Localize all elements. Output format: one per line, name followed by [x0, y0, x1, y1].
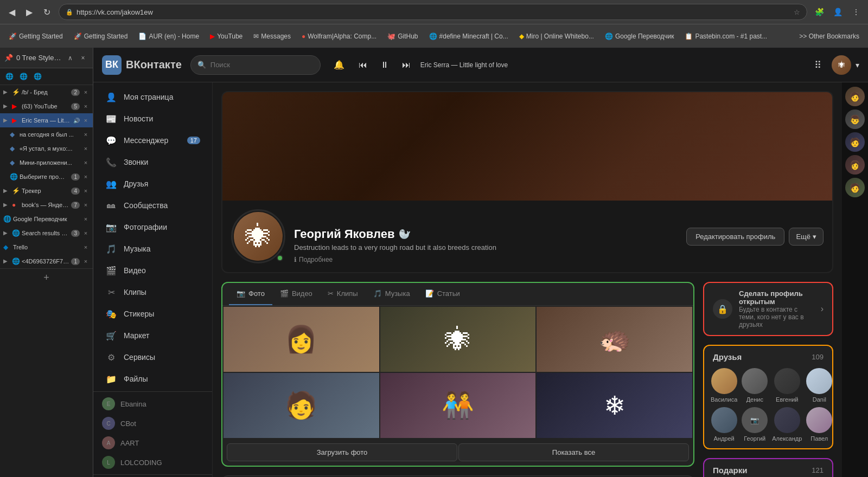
right-panel-avatar-3[interactable]: 🧑	[845, 132, 865, 152]
sidebar-globe-icon-2[interactable]: 🌐	[17, 70, 29, 82]
tab-close-button[interactable]: ×	[82, 229, 90, 237]
vk-avatar-dropdown-button[interactable]: ▾	[856, 61, 859, 69]
nav-item-video[interactable]: 🎬 Видео	[97, 260, 209, 281]
bookmark-pastebin[interactable]: 📋 Pastebin.com - #1 past...	[680, 30, 771, 42]
friend-item-danil[interactable]: Danil	[806, 368, 832, 403]
tab-articles[interactable]: 📝 Статьи	[418, 283, 468, 305]
profile-more-link[interactable]: ℹ Подробнее	[294, 256, 678, 263]
bookmark-youtube[interactable]: ▶ YouTube	[206, 30, 247, 42]
edit-profile-button[interactable]: Редактировать профиль	[686, 228, 784, 246]
tab-close-button[interactable]: ×	[82, 243, 90, 251]
bookmark-star-icon[interactable]: ☆	[794, 8, 800, 16]
right-panel-avatar-4[interactable]: 👩	[845, 155, 865, 175]
friend-item-pavel[interactable]: Павел	[806, 407, 832, 442]
nav-item-stickers[interactable]: 🎭 Стикеры	[97, 304, 209, 324]
tab-close-button[interactable]: ×	[82, 187, 90, 195]
tab-close-button[interactable]: ×	[82, 215, 90, 223]
player-next-button[interactable]: ⏭	[397, 55, 416, 75]
nav-item-files[interactable]: 📁 Файлы	[97, 369, 209, 389]
upload-photo-button[interactable]: Загрузить фото	[227, 443, 457, 461]
tab-close-button[interactable]: ×	[82, 131, 90, 138]
bookmark-github[interactable]: 🐙 GitHub	[383, 30, 422, 42]
right-panel-avatar-2[interactable]: 👦	[845, 109, 865, 129]
nav-item-services[interactable]: ⚙ Сервисы	[97, 347, 209, 368]
sidebar-globe-icon-1[interactable]: 🌐	[3, 70, 15, 82]
sidebar-collapse-button[interactable]: ∧	[65, 53, 75, 63]
tab-close-button[interactable]: ×	[82, 159, 90, 166]
back-button[interactable]: ◀	[4, 4, 20, 20]
photo-item-3[interactable]: 🦔	[537, 307, 692, 372]
bookmark-getting-started-1[interactable]: 🚀 Getting Started	[4, 30, 67, 42]
sidebar-item-vk-today[interactable]: ◆ на сегодня я был ... ×	[0, 127, 93, 141]
bookmark-messages[interactable]: ✉ Messages	[249, 30, 295, 42]
tab-close-button[interactable]: ×	[82, 88, 90, 96]
photo-item-1[interactable]: 👩	[224, 307, 379, 372]
more-actions-button[interactable]: Ещё ▾	[789, 228, 824, 246]
sidebar-item-4d69[interactable]: ▶ 🌐 <4D6963726F73... 1 ×	[0, 254, 93, 268]
vk-apps-button[interactable]: ⠿	[808, 55, 827, 75]
friend-item-denis[interactable]: Денис	[742, 368, 768, 403]
nav-section-lolcoding[interactable]: L LOLCODING	[93, 453, 212, 472]
player-pause-button[interactable]: ⏸	[375, 55, 394, 75]
friend-item-andrei[interactable]: Андрей	[711, 407, 737, 442]
sidebar-item-vk-tired[interactable]: ◆ «Я устал, я мухо:... ×	[0, 141, 93, 156]
sidebar-item-trello[interactable]: ◆ Trello ×	[0, 240, 93, 254]
extensions-button[interactable]: 🧩	[812, 4, 827, 20]
sidebar-item-books[interactable]: ▶ ● book's — Яндекс... 7 ×	[0, 198, 93, 212]
photo-item-4[interactable]: 🧑	[224, 373, 379, 438]
address-bar[interactable]: 🔒 https://vk.com/jakow1ew ☆	[59, 4, 807, 20]
nav-item-friends[interactable]: 👥 Друзья	[97, 173, 209, 194]
photo-item-6[interactable]: ❄	[537, 373, 692, 438]
search-input[interactable]	[210, 61, 314, 69]
bookmark-miro[interactable]: ◆ Miro | Online Whitebo...	[515, 30, 598, 42]
tab-close-button[interactable]: ×	[82, 201, 90, 209]
tab-video[interactable]: 🎬 Видео	[272, 283, 320, 305]
nav-section-aart[interactable]: A AART	[93, 433, 212, 453]
tab-close-button[interactable]: ×	[82, 257, 90, 265]
bookmark-getting-started-2[interactable]: 🚀 Getting Started	[69, 30, 132, 42]
nav-item-music[interactable]: 🎵 Музыка	[97, 238, 209, 259]
nav-item-clips[interactable]: ✂ Клипы	[97, 282, 209, 302]
nav-item-market[interactable]: 🛒 Маркет	[97, 325, 209, 346]
sidebar-item-vk-profile[interactable]: 🌐 Выберите профи... 1 ×	[0, 170, 93, 184]
sidebar-close-button[interactable]: ×	[78, 53, 88, 63]
profile-button[interactable]: 👤	[830, 4, 845, 20]
sidebar-item-eric-serra[interactable]: ▶ ▶ Eric Serra — Little... 🔊 ×	[0, 113, 93, 127]
photo-item-5[interactable]: 🧑‍🤝‍🧑	[380, 373, 536, 438]
player-prev-button[interactable]: ⏮	[353, 55, 373, 75]
sidebar-item-bboard[interactable]: ▶ ⚡ /b/ - Бред 2 ×	[0, 85, 93, 99]
right-panel-avatar-1[interactable]: 🧑	[845, 87, 865, 106]
bookmark-wolfram[interactable]: ● Wolfram|Alpha: Comp...	[297, 30, 381, 42]
vk-user-avatar-button[interactable]: 🕷	[832, 55, 851, 75]
friend-item-evgeny[interactable]: Евгений	[772, 368, 802, 403]
sidebar-item-google-translate[interactable]: 🌐 Google Переводчик ×	[0, 212, 93, 226]
nav-item-mypage[interactable]: 👤 Моя страница	[97, 87, 209, 107]
sidebar-item-youtube[interactable]: ▶ ▶ (63) YouTube 5 ×	[0, 99, 93, 113]
tab-close-button[interactable]: ×	[82, 173, 90, 181]
tab-close-button[interactable]: ×	[82, 145, 90, 152]
bookmark-aur[interactable]: 📄 AUR (en) - Home	[134, 30, 203, 42]
nav-section-ebanina[interactable]: E Ebanina	[93, 394, 212, 414]
tab-music[interactable]: 🎵 Музыка	[366, 283, 418, 305]
friend-item-vasilisa[interactable]: Василиса	[711, 368, 737, 403]
sidebar-globe-icon-3[interactable]: 🌐	[31, 70, 43, 82]
sidebar-item-vk-mini[interactable]: ◆ Мини-приложени... ×	[0, 156, 93, 170]
nav-item-communities[interactable]: 🏘 Сообщества	[97, 195, 209, 216]
nav-item-messenger[interactable]: 💬 Мессенджер 17	[97, 130, 209, 151]
photo-item-2[interactable]: 🕷	[380, 307, 536, 372]
tab-close-button[interactable]: ×	[82, 117, 90, 124]
tab-photo[interactable]: 📷 Фото	[229, 283, 272, 305]
nav-item-news[interactable]: 📰 Новости	[97, 108, 209, 129]
bookmark-minecraft[interactable]: 🌐 #define Minecraft | Co...	[425, 30, 513, 42]
sidebar-item-tracker[interactable]: ▶ ⚡ Трекер 4 ×	[0, 184, 93, 198]
bookmark-other[interactable]: >> Other Bookmarks	[795, 30, 864, 42]
right-panel-avatar-5[interactable]: 🧑	[845, 178, 865, 197]
forward-button[interactable]: ▶	[22, 4, 37, 20]
nav-item-calls[interactable]: 📞 Звонки	[97, 152, 209, 172]
sidebar-item-search[interactable]: ▶ 🌐 Search results – A... 3 ×	[0, 226, 93, 240]
notifications-button[interactable]: 🔔	[329, 55, 349, 75]
friend-item-georgy[interactable]: 📷 Георгий	[742, 407, 768, 442]
bookmark-google-translate[interactable]: 🌐 Google Переводчик	[601, 30, 679, 42]
menu-button[interactable]: ⋮	[848, 4, 864, 20]
tab-close-button[interactable]: ×	[82, 102, 90, 110]
